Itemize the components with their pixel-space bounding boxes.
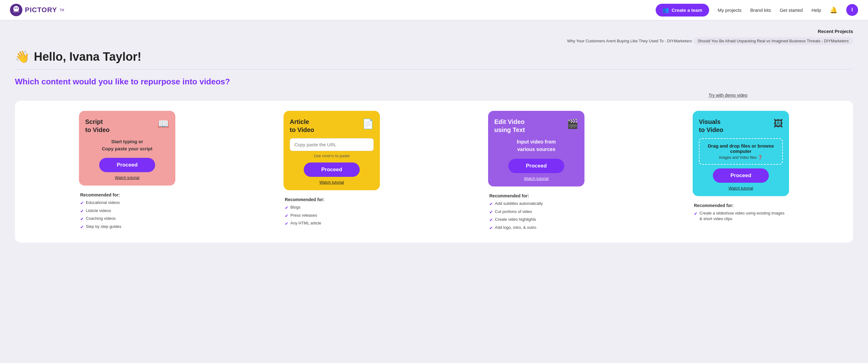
edit-video-card: Edit Video using Text 🎬 Input video from…: [488, 111, 585, 187]
script-body-text: Start typing orCopy paste your script: [102, 138, 153, 152]
script-to-video-col: Script to Video 📖 Start typing orCopy pa…: [25, 111, 229, 232]
edit-video-col: Edit Video using Text 🎬 Input video from…: [434, 111, 639, 232]
team-icon: 👥: [662, 7, 669, 13]
check-icon: ✔: [80, 216, 84, 222]
edit-body-text: Input video fromvarious sources: [517, 138, 556, 153]
logo[interactable]: PICTORYTM: [10, 4, 64, 16]
visuals-card-body: Drag and drop files or browse computer I…: [699, 138, 783, 191]
script-card-body: Start typing orCopy paste your script Pr…: [85, 138, 169, 180]
visuals-card-header: Visuals to Video 🖼: [699, 118, 783, 134]
nav-get-started[interactable]: Get started: [780, 7, 803, 13]
check-icon: ✔: [489, 217, 493, 223]
logo-tm: TM: [60, 8, 64, 12]
header-right: 👥 Create a team My projects Brand kits G…: [656, 4, 858, 17]
bell-icon[interactable]: 🔔: [830, 6, 838, 14]
check-icon: ✔: [285, 205, 288, 211]
script-rec-2: ✔ Listicle videos: [80, 208, 174, 215]
logo-text: PICTORY: [25, 6, 57, 14]
check-icon: ✔: [80, 200, 84, 206]
article-rec-3: ✔ Any HTML article: [285, 220, 379, 227]
logo-icon: [10, 4, 22, 16]
visuals-recommended-title: Recommended for:: [694, 203, 788, 208]
article-rec-2: ✔ Press releases: [285, 213, 379, 219]
greeting: 👋 Hello, Ivana Taylor!: [15, 50, 853, 63]
edit-watch-tutorial[interactable]: Watch tutorial: [524, 176, 549, 181]
nav-help[interactable]: Help: [811, 7, 821, 13]
script-recommended: Recommended for: ✔ Educational videos ✔ …: [79, 192, 175, 232]
check-icon: ✔: [285, 213, 288, 219]
article-to-video-card: Article to Video 📄 Use cmd+v to paste Pr…: [283, 111, 380, 190]
edit-card-body: Input video fromvarious sources Proceed …: [494, 138, 578, 181]
article-card-body: Use cmd+v to paste Proceed Watch tutoria…: [290, 138, 374, 185]
check-icon: ✔: [489, 209, 493, 216]
article-rec-1: ✔ Blogs: [285, 204, 379, 211]
visuals-rec-1: ✔ Create a slideshow video using existin…: [694, 211, 788, 222]
edit-rec-2: ✔ Cut portions of video: [489, 209, 583, 216]
nav-my-projects[interactable]: My projects: [718, 7, 742, 13]
visuals-watch-tutorial[interactable]: Watch tutorial: [729, 186, 753, 191]
cards-wrapper: Script to Video 📖 Start typing orCopy pa…: [15, 101, 853, 243]
check-icon: ✔: [80, 208, 84, 215]
drag-drop-sub: Images and Video files ❓: [705, 155, 777, 160]
demo-link-row: Try with demo video: [15, 93, 853, 98]
article-recommended: Recommended for: ✔ Blogs ✔ Press release…: [283, 197, 380, 228]
edit-card-title: Edit Video using Text: [494, 118, 525, 134]
script-card-icon: 📖: [158, 118, 169, 129]
check-icon: ✔: [489, 225, 493, 231]
article-card-icon: 📄: [362, 118, 374, 129]
svg-point-4: [17, 7, 18, 9]
check-icon: ✔: [285, 221, 288, 227]
edit-card-header: Edit Video using Text 🎬: [494, 118, 578, 134]
visuals-card-title: Visuals to Video: [699, 118, 723, 134]
nav-brand-kits[interactable]: Brand kits: [750, 7, 771, 13]
script-recommended-title: Recommended for:: [80, 192, 174, 197]
visuals-card-icon: 🖼: [774, 118, 783, 129]
script-card-title: Script to Video: [85, 118, 110, 134]
recent-projects-section: Recent Projects Why Your Customers Arent…: [15, 29, 853, 45]
svg-point-3: [14, 7, 16, 9]
recent-projects-title: Recent Projects: [15, 29, 853, 34]
script-watch-tutorial[interactable]: Watch tutorial: [115, 175, 140, 180]
recent-item-2[interactable]: Should You Be Afraid Unpacking Real vs I…: [693, 37, 853, 45]
header: PICTORYTM 👥 Create a team My projects Br…: [0, 0, 868, 20]
visuals-to-video-col: Visuals to Video 🖼 Drag and drop files o…: [639, 111, 843, 232]
visuals-to-video-card: Visuals to Video 🖼 Drag and drop files o…: [693, 111, 789, 196]
script-to-video-card: Script to Video 📖 Start typing orCopy pa…: [79, 111, 175, 186]
script-proceed-button[interactable]: Proceed: [99, 158, 155, 172]
article-to-video-col: Article to Video 📄 Use cmd+v to paste Pr…: [229, 111, 434, 232]
url-input-wrap: [290, 138, 374, 151]
edit-card-icon: 🎬: [567, 118, 578, 129]
script-rec-1: ✔ Educational videos: [80, 200, 174, 206]
create-team-button[interactable]: 👥 Create a team: [656, 4, 709, 17]
check-icon: ✔: [489, 201, 493, 207]
greeting-text: Hello, Ivana Taylor!: [34, 50, 142, 63]
url-hint: Use cmd+v to paste: [314, 153, 349, 158]
script-card-header: Script to Video 📖: [85, 118, 169, 134]
demo-link[interactable]: Try with demo video: [709, 93, 747, 98]
edit-recommended-title: Recommended for:: [489, 193, 583, 198]
help-icon[interactable]: ❓: [757, 155, 763, 160]
visuals-proceed-button[interactable]: Proceed: [713, 168, 769, 183]
edit-proceed-button[interactable]: Proceed: [508, 159, 564, 173]
drag-drop-box[interactable]: Drag and drop files or browse computer I…: [699, 138, 783, 165]
article-card-title: Article to Video: [290, 118, 314, 134]
article-watch-tutorial[interactable]: Watch tutorial: [319, 180, 344, 185]
divider: [15, 69, 853, 69]
page-subtitle: Which content would you like to repurpos…: [15, 77, 853, 87]
avatar[interactable]: I: [846, 4, 858, 16]
article-recommended-title: Recommended for:: [285, 197, 379, 202]
visuals-recommended: Recommended for: ✔ Create a slideshow vi…: [693, 203, 789, 223]
check-icon: ✔: [80, 224, 84, 230]
recent-item-1[interactable]: Why Your Customers Arent Buying Like The…: [563, 37, 692, 45]
create-team-label: Create a team: [672, 7, 702, 13]
edit-rec-1: ✔ Add subtitles automatically: [489, 201, 583, 207]
url-input[interactable]: [290, 138, 374, 151]
script-rec-4: ✔ Step by step guides: [80, 224, 174, 230]
edit-rec-3: ✔ Create video highlights: [489, 217, 583, 223]
main-content: Recent Projects Why Your Customers Arent…: [0, 20, 868, 257]
drag-drop-title: Drag and drop files or browse computer: [705, 143, 777, 154]
edit-recommended: Recommended for: ✔ Add subtitles automat…: [488, 193, 585, 232]
wave-emoji: 👋: [15, 50, 30, 63]
script-rec-3: ✔ Coaching videos: [80, 216, 174, 222]
article-proceed-button[interactable]: Proceed: [304, 163, 360, 177]
